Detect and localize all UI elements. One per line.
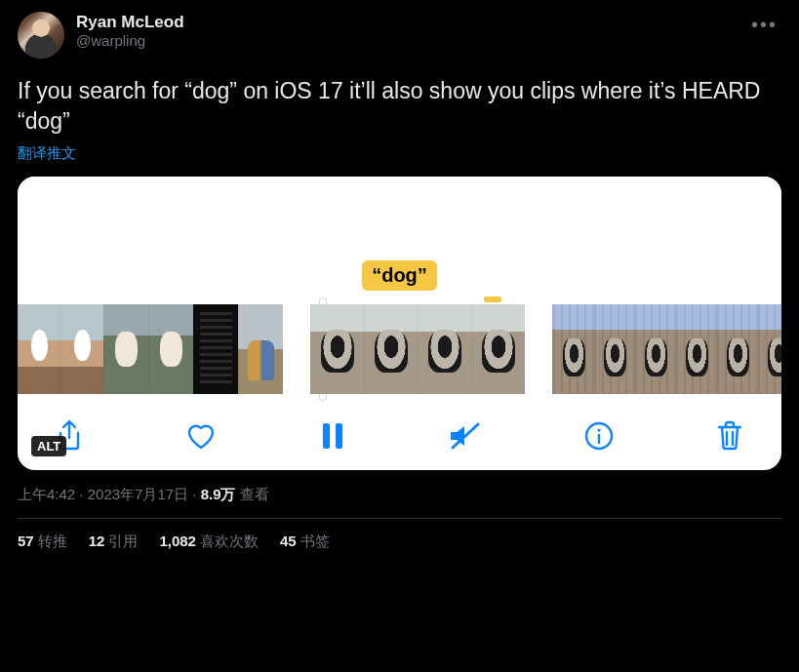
- svg-point-4: [597, 428, 600, 431]
- clip-thumbnail[interactable]: [634, 304, 675, 394]
- avatar[interactable]: [18, 12, 64, 59]
- video-timeline[interactable]: [18, 304, 781, 402]
- clip-thumbnail[interactable]: [193, 304, 238, 394]
- tweet-text: If you search for “dog” on iOS 17 it’ll …: [18, 76, 781, 137]
- pause-icon[interactable]: [319, 420, 346, 452]
- tweet-time[interactable]: 上午4:42: [18, 486, 75, 502]
- trash-icon[interactable]: [715, 419, 744, 453]
- tweet-date[interactable]: 2023年7月17日: [88, 486, 188, 502]
- views-count: 8.9万: [201, 486, 236, 502]
- media-whitespace: [18, 177, 781, 260]
- clip-thumbnail[interactable]: [364, 304, 418, 394]
- svg-rect-1: [336, 423, 342, 449]
- bookmarks-stat[interactable]: 45书签: [280, 533, 330, 551]
- tweet-meta: 上午4:42 · 2023年7月17日 · 8.9万 查看: [18, 486, 781, 504]
- translate-link[interactable]: 翻译推文: [18, 144, 76, 163]
- stats-row: 57转推 12引用 1,082喜欢次数 45书签: [18, 533, 781, 551]
- clip-thumbnail[interactable]: [18, 304, 60, 394]
- tweet-header: Ryan McLeod @warpling •••: [18, 12, 781, 59]
- clip-thumbnail[interactable]: [148, 304, 193, 394]
- clip-thumbnail[interactable]: [238, 304, 283, 394]
- clip-thumbnail[interactable]: [552, 304, 593, 394]
- media-toolbar: [18, 402, 781, 458]
- alt-badge[interactable]: ALT: [31, 436, 66, 456]
- media-card[interactable]: “dog”: [18, 177, 781, 470]
- clip-group-1[interactable]: [18, 304, 283, 394]
- clip-thumbnail[interactable]: [60, 304, 103, 394]
- timeline-marker: [484, 296, 501, 302]
- clip-thumbnail[interactable]: [716, 304, 757, 394]
- clip-thumbnail[interactable]: [471, 304, 525, 394]
- clip-group-2[interactable]: [310, 304, 525, 394]
- quotes-stat[interactable]: 12引用: [89, 533, 139, 551]
- search-term-badge: “dog”: [362, 260, 437, 291]
- clip-thumbnail[interactable]: [103, 304, 148, 394]
- retweets-stat[interactable]: 57转推: [18, 533, 67, 551]
- divider: [18, 518, 781, 519]
- heart-icon[interactable]: [184, 420, 218, 452]
- more-icon[interactable]: •••: [747, 12, 781, 38]
- likes-stat[interactable]: 1,082喜欢次数: [159, 533, 259, 551]
- display-name[interactable]: Ryan McLeod: [76, 12, 184, 32]
- clip-thumbnail[interactable]: [418, 304, 471, 394]
- clip-thumbnail[interactable]: [675, 304, 716, 394]
- clip-thumbnail[interactable]: [757, 304, 781, 394]
- views-label: 查看: [236, 486, 269, 502]
- clip-thumbnail[interactable]: [310, 304, 364, 394]
- clip-group-3[interactable]: [552, 304, 781, 394]
- info-icon[interactable]: [583, 420, 615, 452]
- mute-icon[interactable]: [447, 420, 482, 452]
- user-handle[interactable]: @warpling: [76, 32, 184, 51]
- svg-rect-0: [323, 423, 330, 449]
- clip-thumbnail[interactable]: [593, 304, 634, 394]
